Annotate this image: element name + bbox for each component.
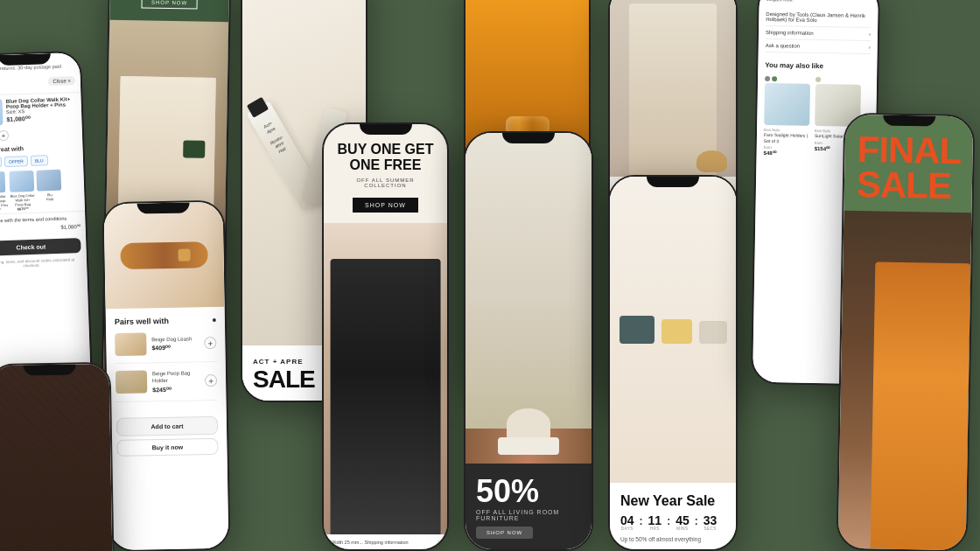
p9-hours-label: HRS [648, 527, 662, 531]
p3-item-img-2 [116, 371, 147, 394]
p3-add-button-1[interactable]: + [204, 337, 216, 349]
p10-dot-gray [765, 76, 770, 81]
p10-prod-name-1: Faro Tealight Holders | Set of 3 [764, 132, 809, 144]
p3-item-info-2: Beige Poop Bag Holder $245⁰⁰ [152, 369, 200, 394]
p8-fashion-image [610, 0, 736, 177]
p1-terms-label: I agree with the terms and conditions [0, 216, 66, 224]
p5-shop-button[interactable]: SHOP NOW [353, 198, 418, 213]
p1-qty-plus[interactable]: + [0, 130, 9, 141]
p9-sale-title: New Year Sale [620, 493, 725, 509]
p3-item-price-1: $409⁰⁰ [151, 345, 199, 352]
p10-color-dots-2 [816, 77, 861, 83]
p3-item-img-1 [115, 332, 146, 356]
p3-item-price-2: $245⁰⁰ [152, 386, 200, 394]
p5-chevron-icon: › [438, 538, 440, 546]
p1-mini-img-3 [37, 170, 62, 192]
phone-black-friday: Black Friday Sale 14 HOURS : 29 MINUTES … [0, 362, 116, 551]
phones-container: hassle-free returns. 30-day postage paid… [0, 0, 980, 551]
p1-close-button[interactable]: Close × [48, 76, 75, 86]
p5-fashion-image [324, 223, 447, 534]
p7-off-text: OFF ALL LIVING ROOM FURNITURE [476, 509, 581, 521]
p3-section-header: Pairs well with [115, 316, 216, 326]
p9-sep-2: : [667, 515, 670, 527]
p2-shop-button[interactable]: SHOP NOW [142, 0, 197, 10]
p5-figure-body [330, 259, 441, 534]
p3-buy-button[interactable]: Buy it now [116, 438, 218, 457]
p9-sale-section: New Year Sale 04 DAYS : 11 HRS : 45 MINS [610, 483, 736, 549]
p9-bags-row [610, 303, 736, 356]
p3-item-info-1: Beige Dog Leash $409⁰⁰ [151, 335, 199, 352]
p10-designed-by: Designed by Tools (Claus Jansen & Henrik… [766, 8, 871, 28]
p5-promo-title: BUY ONE GETONE FREE [336, 142, 435, 172]
phone-screen: New Year Sale 04 DAYS : 11 HRS : 45 MINS [610, 177, 736, 549]
p1-mini-img-1 [0, 171, 5, 193]
p3-item-name-2: Beige Poop Bag Holder [152, 369, 200, 385]
p2-bag [183, 140, 205, 157]
p9-minutes-num: 45 [676, 514, 690, 527]
phone-bogo: BUY ONE GETONE FREE OFF ALL SUMMER COLLE… [322, 122, 449, 551]
phone-notch [360, 124, 412, 135]
p10-product-1: Eva Solo Faro Tealight Holders | Set of … [764, 76, 811, 157]
p10-dot-beige [816, 77, 821, 82]
p1-mini-info-1: Blue Dog CollarWalk Kit+ PoopBag Holder … [0, 194, 8, 213]
phone-screen: FINALSALE [838, 115, 974, 550]
p7-sale-section: 50% OFF ALL LIVING ROOM FURNITURE SHOP N… [466, 464, 592, 549]
p5-promo-subtitle: OFF ALL SUMMER COLLECTION [336, 178, 435, 188]
p12-texture [0, 364, 115, 551]
p1-offer-badge-3: BLU [31, 155, 48, 166]
p1-mini-img-2 [10, 171, 35, 192]
p5-figure [330, 259, 441, 534]
p3-product-item-2: Beige Poop Bag Holder $245⁰⁰ + [116, 369, 218, 402]
p3-cart-button[interactable]: Add to cart [116, 416, 218, 436]
phone-final-sale: FINALSALE [836, 113, 976, 551]
p9-days-label: DAYS [620, 527, 634, 531]
p10-shipping-label: Shipping information [766, 30, 814, 36]
p9-sep-3: : [695, 515, 698, 527]
p3-dot [213, 318, 216, 322]
p7-shop-button[interactable]: SHOP NOW [476, 527, 533, 539]
p1-checkout-button[interactable]: Check out [0, 238, 81, 256]
p1-product-row: Blue Dog Collar Walk Kit+ Poop Bag Holde… [0, 93, 82, 129]
p7-chair-back [507, 408, 550, 439]
p1-mini-products: Blue Dog CollarWalk Kit+ PoopBag Holder … [0, 167, 85, 214]
p10-color-dots-1 [765, 76, 810, 82]
phone-screen: 50% OFF ALL LIVING ROOM FURNITURE SHOP N… [466, 133, 592, 549]
p3-add-button-2[interactable]: + [205, 374, 217, 387]
phone-screen: Pairs well with Beige Dog Leash $409⁰⁰ +… [104, 202, 229, 550]
p10-ask-label: Ask a question [766, 43, 800, 49]
phone-notch [647, 177, 699, 187]
p9-minutes-label: MINS [676, 527, 690, 531]
p3-collar-image [104, 202, 225, 309]
p2-banner: OFF ALL SUMMER COLLECTION SHOP NOW [109, 0, 229, 22]
phone-notch [24, 365, 76, 376]
p1-total-value: $1,080⁰⁰ [60, 223, 80, 230]
p3-product-section: Pairs well with Beige Dog Leash $409⁰⁰ +… [106, 307, 227, 415]
p5-shipping-text: Width 25 mm... Shipping information [331, 540, 409, 545]
p9-bags-image [610, 177, 736, 483]
p9-countdown: 04 DAYS : 11 HRS : 45 MINS : 33 [620, 514, 725, 531]
p1-offer-badge-1: OFFER [0, 157, 2, 168]
p10-you-may-title: You may also like [758, 56, 877, 74]
p8-dog [696, 150, 727, 172]
p11-final-section: FINALSALE [844, 115, 973, 213]
p7-chair [498, 407, 559, 455]
p10-prod-price-1: $48⁰⁰ [764, 150, 809, 157]
phone-notch [137, 203, 190, 214]
p9-sep-1: : [640, 515, 643, 527]
p7-percent-text: 50% [476, 476, 581, 507]
p9-seconds-label: SECS [704, 527, 718, 531]
p10-ask-item[interactable]: Ask a question › [766, 39, 871, 54]
p10-content: elegant look. Designed by Tools (Claus J… [759, 0, 878, 58]
p5-promo-section: BUY ONE GETONE FREE OFF ALL SUMMER COLLE… [324, 124, 447, 223]
p9-bag-beige [699, 321, 727, 344]
p11-final-text: FINALSALE [857, 132, 961, 204]
p1-shipping-note: Shipping, taxes, and discount codes calc… [0, 255, 87, 271]
p9-count-hours: 11 HRS [648, 514, 662, 531]
p1-summary: I agree with the terms and conditions To… [0, 211, 86, 239]
p8-figure [629, 3, 718, 177]
p10-desc-text: elegant look. [766, 0, 872, 4]
p9-seconds-num: 33 [704, 514, 718, 527]
p9-count-days: 04 DAYS [620, 514, 634, 531]
phone-notch [502, 133, 555, 143]
p7-room-image [466, 133, 592, 464]
